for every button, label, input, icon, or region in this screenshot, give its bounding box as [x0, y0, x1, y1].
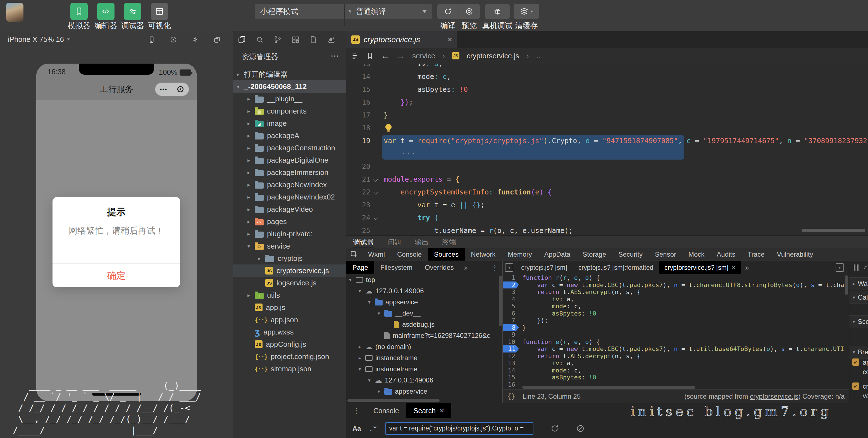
- breakpoint-item[interactable]: ✓ ap co: [849, 358, 868, 379]
- tree-row[interactable]: ▸ pages: [233, 215, 347, 228]
- tree-caret-icon[interactable]: ▸: [359, 355, 365, 361]
- tree-caret-icon[interactable]: ▸: [247, 231, 255, 237]
- git-branch-icon[interactable]: [273, 35, 282, 44]
- pretty-print-icon[interactable]: {}: [507, 393, 515, 400]
- call-stack-section[interactable]: ▾ Call Stack: [849, 291, 868, 304]
- tree-row[interactable]: ▸ __plugin__: [233, 93, 347, 105]
- tree-row[interactable]: ▸ plugin-private:: [233, 228, 347, 240]
- tree-row[interactable]: app.wxss: [233, 326, 347, 338]
- tree-row[interactable]: project.config.json: [233, 350, 347, 363]
- editor-horizontal-scrollbar[interactable]: [802, 229, 865, 232]
- devtools-tab[interactable]: Console: [391, 248, 428, 261]
- tree-caret-icon[interactable]: ▸: [359, 344, 365, 350]
- tree-caret-icon[interactable]: ▾: [247, 243, 255, 249]
- tree-caret-icon[interactable]: ▸: [237, 71, 244, 77]
- frame-tree-row[interactable]: ▾ appservice: [346, 297, 502, 308]
- tree-caret-icon[interactable]: ▸: [247, 133, 255, 139]
- more-tabs-icon[interactable]: »: [460, 261, 472, 274]
- debugger-button[interactable]: [124, 3, 141, 20]
- fold-chevron-icon[interactable]: [373, 177, 378, 181]
- source-line-number[interactable]: 7: [503, 317, 519, 324]
- source-file-tab[interactable]: cryptojs.js? [sm]:formatted: [573, 261, 659, 274]
- capsule-menu[interactable]: •••: [155, 82, 189, 96]
- tree-row[interactable]: ▸ packageImmersion: [233, 166, 347, 178]
- tree-caret-icon[interactable]: ▾: [349, 277, 356, 283]
- devtools-tab[interactable]: Sources: [428, 248, 465, 261]
- tab-cryptorservice-js[interactable]: JS cryptorservice.js ×: [346, 31, 458, 48]
- devtools-tab[interactable]: Mock: [682, 248, 711, 261]
- mute-icon[interactable]: [192, 36, 199, 43]
- tree-caret-icon[interactable]: ▸: [247, 157, 255, 164]
- source-line-number[interactable]: 4: [503, 296, 519, 303]
- tree-row[interactable]: ▸ packageVideo: [233, 203, 347, 215]
- real-device-debug-button[interactable]: [485, 4, 510, 19]
- visualization-button[interactable]: [151, 3, 168, 20]
- tree-row[interactable]: app.js: [233, 301, 347, 313]
- source-line-number[interactable]: 3: [503, 289, 519, 296]
- devtools-tab[interactable]: Network: [465, 248, 502, 261]
- tree-caret-icon[interactable]: ▸: [247, 292, 255, 299]
- tree-row[interactable]: ▸ packageNewIndex02: [233, 191, 347, 203]
- scope-section[interactable]: ▾ Scope: [849, 315, 868, 328]
- tree-row[interactable]: ▸ components: [233, 105, 347, 117]
- tree-caret-icon[interactable]: ▸: [247, 96, 255, 102]
- close-icon[interactable]: ×: [732, 265, 735, 271]
- tree-caret-icon[interactable]: ▸: [247, 108, 255, 114]
- extensions-icon[interactable]: [291, 35, 300, 44]
- devtools-tab[interactable]: Wxml: [362, 248, 391, 261]
- tree-row[interactable]: ▸ packageNewIndex: [233, 178, 347, 191]
- source-horizontal-scrollbar[interactable]: [522, 386, 695, 389]
- clear-cache-button[interactable]: [514, 4, 539, 19]
- drawer-tab[interactable]: Console: [366, 403, 406, 418]
- back-icon[interactable]: ←: [381, 51, 389, 61]
- close-icon[interactable]: ×: [448, 36, 452, 43]
- source-line-number[interactable]: 2: [503, 281, 519, 289]
- frame-tree-row[interactable]: asdebug.js: [346, 319, 502, 330]
- more-options-icon[interactable]: ⋮: [491, 261, 498, 274]
- tree-caret-icon[interactable]: ▾: [378, 310, 384, 316]
- docker-ship-icon[interactable]: [327, 35, 335, 44]
- source-line-number[interactable]: 8: [503, 324, 519, 331]
- tree-caret-icon[interactable]: ▾: [359, 288, 365, 294]
- mode-select[interactable]: 小程序模式: [255, 4, 358, 19]
- breakpoints-section[interactable]: ▾ Breakpoints: [849, 346, 868, 359]
- regex-toggle[interactable]: .*: [369, 425, 377, 432]
- tree-caret-icon[interactable]: ▸: [247, 145, 255, 151]
- inspect-element-icon[interactable]: [346, 248, 362, 261]
- tree-row[interactable]: ▸ 打开的编辑器: [233, 68, 347, 80]
- step-over-icon[interactable]: [864, 263, 868, 272]
- source-line-number[interactable]: 6: [503, 310, 519, 317]
- source-line-number[interactable]: 11: [503, 345, 519, 352]
- devtools-tab[interactable]: Sensor: [649, 248, 682, 261]
- tree-row[interactable]: ▸ packageConstruction: [233, 142, 347, 154]
- navigator-tab[interactable]: Overrides: [418, 261, 460, 274]
- expand-right-icon[interactable]: ▸: [833, 263, 846, 272]
- frame-tree-row[interactable]: ▸ (no domain): [346, 341, 502, 352]
- frame-tree-row[interactable]: ▸ instanceframe: [346, 352, 502, 364]
- tree-row[interactable]: ▸ packageDigitalOne: [233, 154, 347, 166]
- tree-row[interactable]: ▸ packageA: [233, 129, 347, 142]
- devtools-tab[interactable]: Vulnerability: [771, 248, 819, 261]
- devtools-tab[interactable]: Security: [612, 248, 649, 261]
- close-target-icon[interactable]: [172, 86, 189, 92]
- file-icon[interactable]: [309, 35, 317, 44]
- search-icon[interactable]: [255, 35, 264, 44]
- checkbox-checked-icon[interactable]: ✓: [852, 359, 859, 366]
- search-input[interactable]: [385, 423, 533, 435]
- rotate-screen-icon[interactable]: [213, 36, 221, 43]
- frame-tree-row[interactable]: ▾ 127.0.0.1:49006: [346, 285, 502, 297]
- refresh-search-icon[interactable]: [550, 424, 559, 433]
- tree-row[interactable]: logservice.js: [233, 277, 347, 289]
- more-tabs-icon[interactable]: »: [741, 261, 753, 274]
- devtools-tab[interactable]: Storage: [577, 248, 612, 261]
- tree-row[interactable]: cryptorservice.js: [233, 265, 347, 277]
- breadcrumb-file[interactable]: cryptorservice.js: [467, 52, 519, 60]
- tree-caret-icon[interactable]: ▾: [368, 377, 375, 383]
- devtools-tab[interactable]: AppData: [538, 248, 577, 261]
- record-icon[interactable]: [170, 36, 177, 43]
- collapse-left-icon[interactable]: ◂: [503, 261, 516, 274]
- devtools-tab[interactable]: Memory: [502, 248, 538, 261]
- tree-caret-icon[interactable]: ▸: [247, 120, 255, 127]
- phone-screen[interactable]: 16:38 100% 工行服务 ••• 提示 网络繁忙，请稍后再试！ 确定: [36, 64, 197, 401]
- devtools-tab[interactable]: Audits: [711, 248, 742, 261]
